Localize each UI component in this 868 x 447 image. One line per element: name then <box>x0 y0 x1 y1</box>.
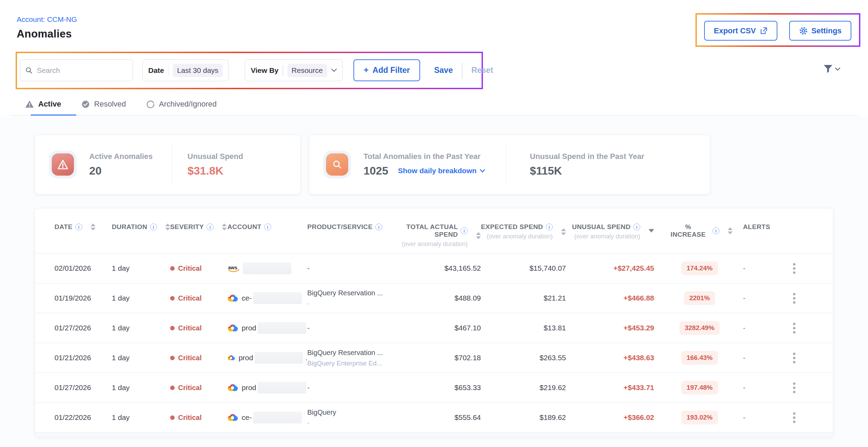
sort-arrows[interactable] <box>222 224 227 230</box>
cell-severity: Critical <box>170 384 227 392</box>
redacted-account-name <box>254 352 303 364</box>
col-header-unusual-spend[interactable]: UNUSUAL SPEND i (over anomaly duration) <box>566 223 667 240</box>
cell-expected-spend: $13.81 <box>481 324 566 332</box>
gear-icon <box>799 26 808 35</box>
cell-increase: 2201% <box>667 291 733 305</box>
info-icon[interactable]: i <box>712 227 719 234</box>
col-header-increase[interactable]: % INCREASE i <box>667 223 733 238</box>
tab-resolved-label: Resolved <box>94 100 126 109</box>
row-menu-kebab-icon[interactable] <box>790 350 798 366</box>
account-cell: aws <box>227 262 307 274</box>
settings-button[interactable]: Settings <box>789 21 851 41</box>
metric-value: $115K <box>530 165 644 177</box>
chip-divider <box>168 65 169 76</box>
unusual-spend-year-metric: Unusual Spend in the Past Year $115K <box>530 152 644 177</box>
cell-unusual-spend: +$366.02 <box>566 413 667 422</box>
cell-alerts: - <box>733 354 764 362</box>
row-menu-kebab-icon[interactable] <box>790 260 798 277</box>
info-icon[interactable]: i <box>207 224 214 230</box>
tab-resolved[interactable]: Resolved <box>81 93 126 115</box>
sort-arrows[interactable] <box>91 224 95 230</box>
col-header-account[interactable]: ACCOUNT i <box>227 223 307 231</box>
col-header-product[interactable]: PRODUCT/SERVICE i <box>307 223 395 231</box>
gcp-logo-icon <box>227 383 238 392</box>
cell-severity: Critical <box>170 324 227 332</box>
alert-triangle-icon <box>57 159 69 170</box>
table-row[interactable]: 01/27/2026 1 day Critical aws <box>35 372 833 402</box>
save-filter-link[interactable]: Save <box>434 66 453 75</box>
anomalies-table: DATE i DURATION i SEVERITY i ACCOUNT i P… <box>35 208 833 437</box>
cell-row-menu <box>764 260 825 277</box>
cell-unusual-spend: +$466.88 <box>566 294 667 302</box>
export-csv-button[interactable]: Export CSV <box>704 21 777 41</box>
row-menu-kebab-icon[interactable] <box>790 410 798 426</box>
sort-arrows[interactable] <box>165 224 170 230</box>
info-icon[interactable]: i <box>546 224 553 230</box>
save-reset-divider <box>462 62 462 78</box>
cell-duration: 1 day <box>112 413 170 422</box>
card-divider <box>172 144 173 185</box>
info-icon[interactable]: i <box>75 224 82 230</box>
view-by-label: View By <box>251 66 278 75</box>
table-body: 02/01/2026 1 day Critical aws <box>35 253 833 432</box>
gcp-logo-icon <box>227 294 238 303</box>
cell-severity: Critical <box>170 294 227 302</box>
cell-product-service: BigQuery Reservation ... BigQuery Enterp… <box>307 349 395 367</box>
cell-increase: 174.24% <box>667 261 733 275</box>
increase-badge: 166.43% <box>681 351 718 365</box>
view-by-dropdown[interactable]: View By Resource <box>245 59 343 81</box>
table-row[interactable]: 02/01/2026 1 day Critical aws <box>35 253 833 283</box>
plus-icon: + <box>364 66 368 75</box>
redacted-account-name <box>258 322 306 334</box>
row-menu-kebab-icon[interactable] <box>790 320 798 336</box>
sort-desc-arrow[interactable] <box>649 233 654 240</box>
external-link-icon <box>759 27 768 35</box>
tab-archived-ignored[interactable]: Archived/Ignored <box>146 93 217 115</box>
cell-actual-spend: $702.18 <box>395 354 481 362</box>
redacted-account-name <box>243 262 291 274</box>
col-header-expected-spend[interactable]: EXPECTED SPEND i (over anomaly duration) <box>481 223 566 240</box>
severity-dot-icon <box>170 266 175 271</box>
col-header-date[interactable]: DATE i <box>55 223 112 231</box>
metric-label: Unusual Spend in the Past Year <box>530 152 644 161</box>
col-header-severity[interactable]: SEVERITY i <box>170 223 227 231</box>
col-header-duration[interactable]: DURATION i <box>112 223 170 231</box>
increase-badge: 197.48% <box>681 381 718 395</box>
sort-arrows[interactable] <box>728 227 733 234</box>
increase-badge: 3282.49% <box>679 321 720 335</box>
sort-arrows[interactable] <box>476 232 481 239</box>
row-menu-kebab-icon[interactable] <box>790 380 798 396</box>
redacted-account-name <box>253 292 302 304</box>
col-header-actual-spend[interactable]: TOTAL ACTUAL SPEND i (over anomaly durat… <box>395 223 481 248</box>
search-input[interactable] <box>37 66 128 75</box>
account-breadcrumb-link[interactable]: Account: CCM-NG <box>17 15 77 24</box>
increase-badge: 174.24% <box>681 261 718 275</box>
sort-arrows[interactable] <box>561 228 566 235</box>
add-filter-button[interactable]: + Add Filter <box>353 59 420 81</box>
anomaly-icon-tile <box>49 151 77 178</box>
table-row[interactable]: 01/27/2026 1 day Critical aws <box>35 313 833 343</box>
reset-filter-link[interactable]: Reset <box>471 66 493 75</box>
saved-filters-button[interactable] <box>823 65 840 74</box>
info-icon[interactable]: i <box>461 227 468 234</box>
history-clock-icon <box>146 100 155 109</box>
table-row[interactable]: 01/21/2026 1 day Critical aws <box>35 343 833 372</box>
export-csv-label: Export CSV <box>714 26 756 35</box>
info-icon[interactable]: i <box>633 224 640 230</box>
tab-active-label: Active <box>38 100 61 109</box>
table-row[interactable]: 01/22/2026 1 day Critical aws <box>35 402 833 432</box>
cell-product-service: - <box>307 324 395 332</box>
info-icon[interactable]: i <box>375 224 382 230</box>
row-menu-kebab-icon[interactable] <box>790 290 798 306</box>
svg-text:aws: aws <box>228 264 237 270</box>
info-icon[interactable]: i <box>150 224 157 230</box>
search-icon <box>25 66 33 75</box>
info-icon[interactable]: i <box>264 224 271 230</box>
active-anomalies-metric: Active Anomalies 20 <box>89 152 153 177</box>
table-row[interactable]: 01/19/2026 1 day Critical aws <box>35 283 833 313</box>
tab-active[interactable]: Active <box>25 93 61 115</box>
date-filter-chip[interactable]: Date Last 30 days <box>142 59 228 81</box>
chevron-down-icon <box>480 169 485 172</box>
show-daily-breakdown-link[interactable]: Show daily breakdown <box>398 167 485 175</box>
cell-date: 01/27/2026 <box>55 383 112 392</box>
